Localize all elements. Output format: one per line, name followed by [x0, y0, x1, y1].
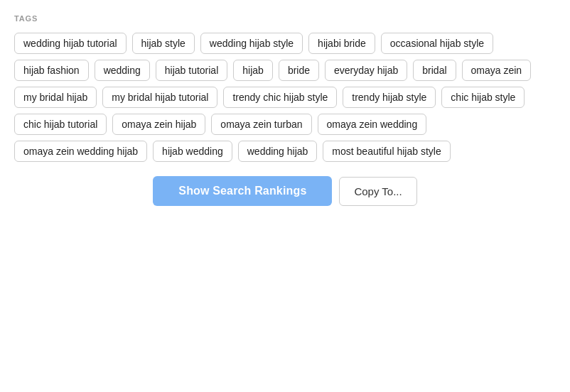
tag-item[interactable]: omaya zein turban [211, 114, 311, 135]
tag-item[interactable]: trendy hijab style [343, 87, 436, 108]
tag-item[interactable]: chic hijab tutorial [14, 114, 107, 135]
tag-item[interactable]: omaya zein wedding [318, 114, 427, 135]
tag-item[interactable]: omaya zein hijab [112, 114, 205, 135]
actions-row: Show Search Rankings Copy To... [14, 176, 556, 206]
copy-to-button[interactable]: Copy To... [339, 177, 416, 206]
tag-item[interactable]: hijab style [132, 33, 195, 54]
tag-item[interactable]: hijab [233, 60, 273, 81]
tag-item[interactable]: everyday hijab [325, 60, 407, 81]
tag-item[interactable]: bridal [413, 60, 456, 81]
tag-item[interactable]: omaya zein [462, 60, 532, 81]
tags-area: wedding hijab tutorialhijab stylewedding… [14, 33, 556, 162]
tag-item[interactable]: bride [279, 60, 319, 81]
tags-section-label: TAGS [14, 14, 556, 23]
tag-item[interactable]: hijabi bride [308, 33, 375, 54]
tag-item[interactable]: omaya zein wedding hijab [14, 141, 147, 162]
tag-item[interactable]: hijab fashion [14, 60, 89, 81]
tag-item[interactable]: hijab tutorial [156, 60, 228, 81]
show-search-rankings-button[interactable]: Show Search Rankings [153, 176, 332, 206]
tag-item[interactable]: wedding [95, 60, 150, 81]
tag-item[interactable]: hijab wedding [153, 141, 232, 162]
tag-item[interactable]: chic hijab style [441, 87, 525, 108]
main-container: TAGS wedding hijab tutorialhijab stylewe… [14, 14, 556, 206]
tag-item[interactable]: wedding hijab style [200, 33, 303, 54]
tag-item[interactable]: wedding hijab tutorial [14, 33, 127, 54]
tag-item[interactable]: occasional hijab style [381, 33, 493, 54]
tag-item[interactable]: my bridal hijab tutorial [102, 87, 217, 108]
tag-item[interactable]: trendy chic hijab style [223, 87, 337, 108]
tag-item[interactable]: wedding hijab [238, 141, 318, 162]
tag-item[interactable]: my bridal hijab [14, 87, 97, 108]
tag-item[interactable]: most beautiful hijab style [323, 141, 450, 162]
